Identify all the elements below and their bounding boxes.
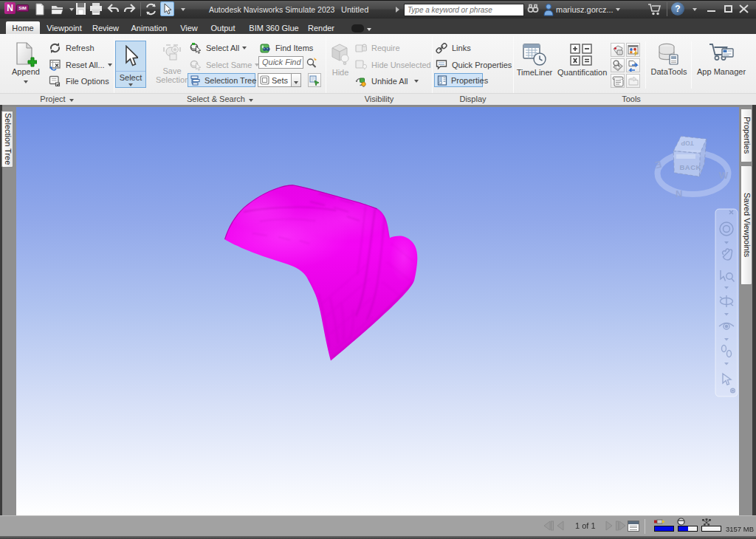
svg-text:W: W bbox=[719, 170, 729, 181]
svg-text:BACK: BACK bbox=[680, 163, 701, 171]
svg-text:N: N bbox=[676, 188, 682, 199]
svg-text:TOP: TOP bbox=[681, 140, 694, 147]
